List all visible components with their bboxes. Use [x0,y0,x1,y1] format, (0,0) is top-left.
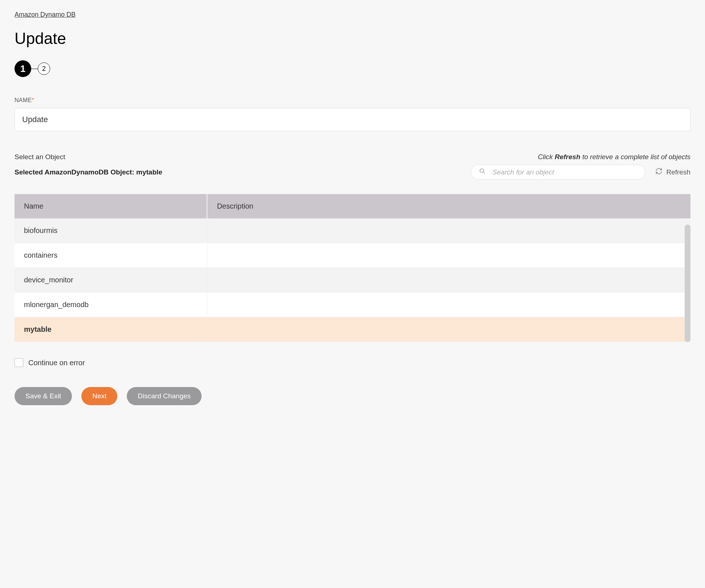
column-header-name[interactable]: Name [15,194,207,218]
continue-on-error-label: Continue on error [28,359,85,367]
object-table-container: Name Description biofourmiscontainersdev… [15,194,690,342]
refresh-icon [655,168,663,177]
selected-object-label: Selected AmazonDynamoDB Object: mytable [15,168,162,176]
refresh-button[interactable]: Refresh [655,168,690,177]
breadcrumb-link[interactable]: Amazon Dynamo DB [15,11,76,19]
save-exit-button[interactable]: Save & Exit [15,387,72,405]
step-2[interactable]: 2 [38,63,50,75]
refresh-hint: Click Refresh to retrieve a complete lis… [538,153,690,161]
cell-name: device_monitor [15,268,207,293]
table-row[interactable]: mytable [15,317,690,342]
continue-on-error-checkbox[interactable] [15,358,23,367]
step-1[interactable]: 1 [15,60,31,77]
cell-description [207,218,690,243]
table-row[interactable]: mlonergan_demodb [15,293,690,317]
scrollbar-thumb[interactable] [685,225,690,342]
stepper: 1 2 [15,60,690,77]
svg-line-1 [483,172,485,174]
search-icon [479,168,486,176]
cell-name: mlonergan_demodb [15,293,207,317]
cell-description [207,317,690,342]
svg-point-0 [480,169,484,173]
cell-name: biofourmis [15,218,207,243]
cell-description [207,268,690,293]
cell-name: containers [15,243,207,268]
cell-description [207,243,690,268]
table-row[interactable]: device_monitor [15,268,690,293]
select-object-label: Select an Object [15,153,65,161]
refresh-label: Refresh [666,168,690,176]
step-connector [31,69,38,69]
search-input[interactable] [492,168,637,176]
discard-changes-button[interactable]: Discard Changes [127,387,202,405]
column-header-description[interactable]: Description [207,194,690,218]
object-table: Name Description biofourmiscontainersdev… [15,194,690,342]
cell-description [207,293,690,317]
name-input[interactable] [15,108,690,131]
name-field-label: NAME* [15,97,690,104]
next-button[interactable]: Next [81,387,117,405]
table-row[interactable]: containers [15,243,690,268]
table-row[interactable]: biofourmis [15,218,690,243]
search-box[interactable] [471,165,645,180]
cell-name: mytable [15,317,207,342]
page-title: Update [15,29,690,48]
